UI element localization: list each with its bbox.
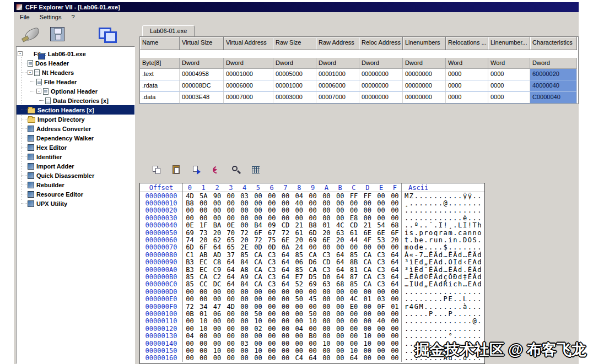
hex-byte[interactable]: CA bbox=[251, 258, 265, 266]
hex-byte[interactable]: 37 bbox=[224, 251, 238, 259]
hex-byte[interactable]: 06 bbox=[211, 310, 224, 318]
hex-byte[interactable]: 0F bbox=[374, 303, 388, 311]
hex-byte[interactable]: 00 bbox=[251, 192, 265, 200]
hex-byte[interactable]: 61 bbox=[347, 229, 361, 237]
hex-byte[interactable]: 00 bbox=[238, 207, 251, 214]
hex-byte[interactable]: 00 bbox=[333, 317, 347, 325]
hex-byte[interactable]: 00 bbox=[374, 199, 388, 207]
hex-byte[interactable]: 00 bbox=[211, 332, 224, 340]
section-value-cell[interactable]: 00001000 bbox=[224, 69, 273, 80]
hex-byte[interactable]: CA bbox=[360, 258, 374, 266]
column-header-linenumbers[interactable]: Linenumbers bbox=[403, 37, 446, 50]
hex-byte[interactable]: 00 bbox=[251, 214, 265, 222]
hex-byte[interactable]: 64 bbox=[388, 273, 402, 281]
hex-byte[interactable]: 00 bbox=[238, 325, 251, 333]
hex-byte[interactable]: 00 bbox=[251, 303, 265, 311]
hex-byte[interactable]: 64 bbox=[279, 251, 293, 259]
hex-byte[interactable]: 00 bbox=[306, 199, 320, 207]
hex-byte[interactable]: 00 bbox=[347, 317, 361, 325]
hex-byte[interactable]: EC bbox=[197, 258, 211, 266]
column-header-linenumber[interactable]: Linenumber... bbox=[488, 37, 530, 50]
hex-byte[interactable]: 00 bbox=[224, 325, 238, 333]
paste-special-icon[interactable] bbox=[191, 165, 202, 176]
tree-item-section-headers-x[interactable]: Section Headers [x] bbox=[17, 105, 134, 115]
hex-ascii[interactable]: MZ..........ÿÿ.. bbox=[402, 192, 484, 199]
hex-byte[interactable]: 00 bbox=[333, 310, 347, 318]
hex-byte[interactable]: 00 bbox=[238, 221, 251, 229]
hex-byte[interactable]: B3 bbox=[183, 266, 197, 274]
hex-byte[interactable]: 1F bbox=[197, 221, 211, 229]
hex-byte[interactable]: 00 bbox=[333, 325, 347, 333]
hex-byte[interactable]: C4 bbox=[292, 354, 306, 362]
hex-byte[interactable]: 00 bbox=[224, 295, 238, 303]
hex-byte[interactable]: CA bbox=[306, 251, 320, 259]
hex-byte[interactable]: 10 bbox=[251, 347, 265, 355]
hex-byte[interactable]: 00 bbox=[251, 354, 265, 362]
hex-byte[interactable]: 64 bbox=[347, 354, 361, 362]
hex-byte[interactable]: C1 bbox=[183, 251, 197, 259]
hex-byte[interactable]: 10 bbox=[197, 317, 211, 325]
hex-byte[interactable]: 34 bbox=[197, 303, 211, 311]
section-value-cell[interactable]: 00006000 bbox=[316, 80, 359, 92]
hex-byte[interactable]: C3 bbox=[265, 273, 279, 281]
hex-byte[interactable]: 72 bbox=[279, 229, 293, 237]
hex-ascii[interactable]: ................ bbox=[402, 325, 484, 332]
paste-icon[interactable] bbox=[171, 165, 182, 176]
hex-byte[interactable]: CA bbox=[360, 266, 374, 274]
tree-item-address-converter[interactable]: Address Converter bbox=[17, 124, 134, 133]
hex-byte[interactable]: A8 bbox=[238, 266, 251, 274]
hex-byte[interactable]: 03 bbox=[238, 340, 251, 347]
hex-byte[interactable]: 00 bbox=[374, 310, 388, 318]
hex-byte[interactable]: C3 bbox=[320, 251, 333, 259]
section-value-cell[interactable]: 00000000 bbox=[403, 80, 446, 92]
hex-byte[interactable]: 00 bbox=[183, 354, 197, 362]
hex-byte[interactable]: CA bbox=[251, 251, 265, 259]
hex-byte[interactable]: C3 bbox=[265, 266, 279, 274]
hex-byte[interactable]: 00 bbox=[224, 288, 238, 296]
hex-byte[interactable]: 50 bbox=[251, 310, 265, 318]
hex-byte[interactable]: 00 bbox=[265, 192, 279, 200]
hex-byte[interactable]: 00 bbox=[320, 325, 333, 333]
hex-byte[interactable]: B3 bbox=[183, 258, 197, 266]
title-bar[interactable]: CFF Explorer VII - [Lab06-01.exe] bbox=[14, 2, 579, 12]
hex-byte[interactable]: 00 bbox=[251, 199, 265, 207]
hex-byte[interactable]: 85 bbox=[292, 251, 306, 259]
hex-byte[interactable]: 00 bbox=[388, 310, 402, 318]
hex-byte[interactable]: 6D bbox=[183, 243, 197, 251]
tree-item-identifier[interactable]: Identifier bbox=[17, 152, 134, 161]
hex-byte[interactable]: 00 bbox=[224, 354, 238, 362]
hex-byte[interactable]: 04 bbox=[183, 332, 197, 340]
hex-byte[interactable]: 64 bbox=[333, 251, 347, 259]
section-value-cell[interactable]: C0000040 bbox=[530, 92, 577, 104]
hex-ascii[interactable]: ............è... bbox=[402, 214, 484, 221]
hex-byte[interactable]: B8 bbox=[306, 221, 320, 229]
hex-byte[interactable]: FF bbox=[360, 192, 374, 200]
hex-byte[interactable]: 00 bbox=[347, 310, 361, 318]
hex-byte[interactable]: 10 bbox=[347, 347, 361, 355]
hex-byte[interactable]: 0E bbox=[183, 221, 197, 229]
hex-byte[interactable]: 00 bbox=[320, 332, 333, 340]
hex-byte[interactable]: E0 bbox=[347, 303, 361, 311]
hex-ascii[interactable]: .....P...P...... bbox=[402, 310, 484, 317]
section-value-cell[interactable]: 00003000 bbox=[273, 92, 316, 104]
section-value-cell[interactable]: 00000000 bbox=[403, 69, 446, 80]
hex-byte[interactable]: 00 bbox=[238, 214, 251, 222]
tree-item-hex-editor[interactable]: Hex Editor bbox=[17, 143, 134, 152]
hex-byte[interactable]: C3 bbox=[374, 280, 388, 288]
hex-byte[interactable]: 20 bbox=[388, 236, 402, 244]
hex-byte[interactable]: 00 bbox=[265, 288, 279, 296]
tree-item-resource-editor[interactable]: Resource Editor bbox=[17, 189, 134, 199]
section-value-cell[interactable]: 00001000 bbox=[273, 80, 316, 92]
hex-byte[interactable]: 00 bbox=[292, 214, 306, 222]
collapse-icon[interactable]: - bbox=[18, 51, 23, 56]
column-header-virtual-address[interactable]: Virtual Address bbox=[224, 37, 273, 50]
section-value-cell[interactable]: 000008DC bbox=[180, 80, 224, 92]
copy-icon[interactable] bbox=[152, 165, 163, 176]
hex-byte[interactable]: 00 bbox=[183, 295, 197, 303]
hex-byte[interactable]: 00 bbox=[265, 214, 279, 222]
hex-byte[interactable]: 00 bbox=[360, 214, 374, 222]
hex-byte[interactable]: B8 bbox=[183, 199, 197, 207]
hex-byte[interactable]: 01 bbox=[320, 221, 333, 229]
hex-byte[interactable]: C3 bbox=[374, 266, 388, 274]
tree-item-quick-disassembler[interactable]: Quick Disassembler bbox=[17, 171, 134, 180]
